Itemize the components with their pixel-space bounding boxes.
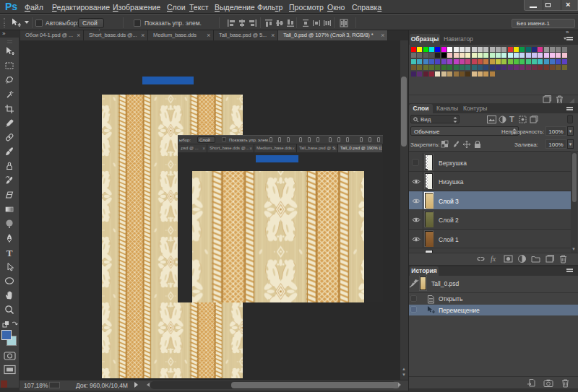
svg-text:T: T <box>7 247 13 258</box>
svg-text:fx: fx <box>491 255 496 263</box>
